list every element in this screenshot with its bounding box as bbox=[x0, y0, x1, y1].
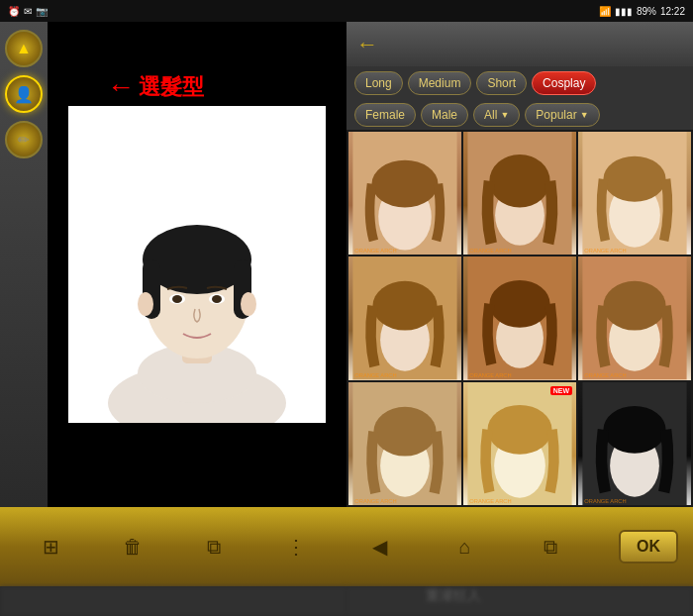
copy-nav-button[interactable]: ⧉ bbox=[196, 529, 232, 565]
svg-text:ORANGE ARCH: ORANGE ARCH bbox=[469, 373, 511, 379]
new-badge: NEW bbox=[550, 386, 572, 395]
svg-point-44 bbox=[487, 405, 551, 455]
left-canvas: ← 選髮型 bbox=[48, 22, 346, 507]
hair-style-item-5[interactable]: ORANGE ARCH bbox=[463, 257, 576, 379]
hair-thumb-8: ORANGE ARCH NEW bbox=[463, 382, 576, 505]
svg-point-12 bbox=[138, 292, 153, 316]
all-label: All bbox=[484, 108, 497, 122]
filter-row-2: Female Male All ▼ Popular ▼ bbox=[346, 100, 693, 130]
filter-medium-button[interactable]: Medium bbox=[408, 71, 472, 95]
svg-point-13 bbox=[241, 292, 256, 316]
svg-point-11 bbox=[212, 295, 222, 303]
delete-icon: 🗑 bbox=[123, 536, 143, 559]
status-bar-right: 📶 ▮▮▮ 89% 12:22 bbox=[599, 6, 685, 17]
red-arrow-icon: ← bbox=[107, 71, 135, 103]
hair-thumb-1: ORANGE ARCH bbox=[348, 132, 461, 255]
left-blurred-strip bbox=[0, 586, 346, 616]
up-toolbar-button[interactable]: ▲ bbox=[5, 30, 43, 67]
right-header: ← bbox=[346, 22, 693, 66]
filter-female-button[interactable]: Female bbox=[354, 103, 416, 127]
hair-style-item-4[interactable]: ORANGE ARCH bbox=[348, 257, 461, 379]
hair-thumb-7: ORANGE ARCH bbox=[348, 382, 461, 505]
right-bottom-bar: ◀ ⌂ ⧉ OK bbox=[346, 507, 693, 586]
filter-all-button[interactable]: All ▼ bbox=[473, 103, 520, 127]
status-bar: ⏰ ✉ 📷 📶 ▮▮▮ 89% 12:22 bbox=[0, 0, 693, 22]
hair-style-item-8[interactable]: ORANGE ARCH NEW bbox=[463, 382, 576, 505]
message-icon: ✉ bbox=[24, 6, 32, 17]
svg-text:ORANGE ARCH: ORANGE ARCH bbox=[354, 498, 396, 504]
svg-point-10 bbox=[172, 295, 182, 303]
hair-thumb-5: ORANGE ARCH bbox=[463, 257, 576, 379]
hair-icon: 👤 bbox=[14, 85, 34, 104]
svg-point-28 bbox=[372, 281, 437, 331]
filter-long-button[interactable]: Long bbox=[354, 71, 403, 95]
hair-style-item-7[interactable]: ORANGE ARCH bbox=[348, 382, 461, 505]
popular-label: Popular bbox=[536, 108, 576, 122]
back-button[interactable]: ← bbox=[356, 32, 378, 57]
svg-text:ORANGE ARCH: ORANGE ARCH bbox=[354, 373, 396, 379]
delete-nav-button[interactable]: 🗑 bbox=[115, 529, 150, 565]
hair-style-item-3[interactable]: ORANGE ARCH bbox=[578, 132, 691, 255]
left-panel: ▲ 👤 ✏ ← 選髮型 bbox=[0, 22, 346, 616]
filter-cosplay-button[interactable]: Cosplay bbox=[532, 71, 596, 95]
hair-toolbar-button[interactable]: 👤 bbox=[5, 75, 43, 113]
photo-area: ← 選髮型 bbox=[48, 22, 346, 507]
svg-text:ORANGE ARCH: ORANGE ARCH bbox=[584, 373, 626, 379]
right-back-nav-button[interactable]: ◀ bbox=[361, 529, 397, 565]
left-bottom-bar: ⊞ 🗑 ⧉ ⋮ bbox=[0, 507, 346, 586]
wifi-icon: 📶 bbox=[599, 6, 611, 17]
svg-text:ORANGE ARCH: ORANGE ARCH bbox=[469, 498, 511, 504]
hair-thumb-2: ORANGE ARCH bbox=[463, 132, 576, 255]
filter-male-button[interactable]: Male bbox=[421, 103, 468, 127]
grid-nav-button[interactable]: ⊞ bbox=[33, 529, 68, 565]
hair-style-item-9[interactable]: ORANGE ARCH bbox=[578, 382, 691, 505]
hair-style-item-6[interactable]: ORANGE ARCH bbox=[578, 257, 691, 379]
copy-icon: ⧉ bbox=[207, 536, 221, 559]
switch-icon: ⧉ bbox=[544, 536, 557, 559]
svg-point-32 bbox=[489, 280, 549, 328]
status-bar-left: ⏰ ✉ 📷 bbox=[8, 6, 48, 17]
up-arrow-icon: ▲ bbox=[16, 40, 32, 57]
hair-style-grid: ORANGE ARCH ORANGE ARCH bbox=[346, 130, 693, 507]
hair-thumb-3: ORANGE ARCH bbox=[578, 132, 691, 255]
all-arrow-icon: ▼ bbox=[500, 110, 509, 120]
menu-nav-button[interactable]: ⋮ bbox=[278, 529, 314, 565]
svg-text:ORANGE ARCH: ORANGE ARCH bbox=[584, 498, 626, 504]
svg-point-24 bbox=[603, 156, 665, 202]
filter-popular-button[interactable]: Popular ▼ bbox=[525, 103, 599, 127]
svg-point-20 bbox=[489, 154, 549, 208]
svg-point-36 bbox=[603, 281, 665, 331]
right-blurred-strip: 重灌狂人 bbox=[346, 586, 693, 616]
watermark: 重灌狂人 bbox=[346, 587, 481, 603]
battery-indicator: 89% bbox=[637, 6, 656, 17]
time-display: 12:22 bbox=[660, 6, 685, 17]
hair-style-item-1[interactable]: ORANGE ARCH bbox=[348, 132, 461, 255]
menu-icon: ⋮ bbox=[286, 535, 306, 559]
edit-toolbar-button[interactable]: ✏ bbox=[5, 121, 43, 158]
filter-row-1: Long Medium Short Cosplay bbox=[346, 66, 693, 100]
photo-inner bbox=[68, 106, 326, 423]
hair-thumb-9: ORANGE ARCH bbox=[578, 382, 691, 505]
right-switch-nav-button[interactable]: ⧉ bbox=[533, 529, 568, 565]
hair-style-item-2[interactable]: ORANGE ARCH bbox=[463, 132, 576, 255]
alarm-icon: ⏰ bbox=[8, 6, 20, 17]
main-content: ▲ 👤 ✏ ← 選髮型 bbox=[0, 22, 693, 616]
face-svg bbox=[68, 106, 326, 423]
home-icon: ⌂ bbox=[459, 536, 471, 559]
svg-point-40 bbox=[373, 407, 436, 457]
hair-thumb-6: ORANGE ARCH bbox=[578, 257, 691, 379]
label-arrow: ← 選髮型 bbox=[107, 71, 204, 103]
right-panel: ← Long Medium Short Cosplay Female Male … bbox=[346, 22, 693, 616]
right-home-nav-button[interactable]: ⌂ bbox=[447, 529, 483, 565]
svg-point-48 bbox=[603, 406, 665, 454]
left-toolbar: ▲ 👤 ✏ bbox=[0, 22, 48, 507]
edit-icon: ✏ bbox=[18, 132, 30, 148]
svg-text:ORANGE ARCH: ORANGE ARCH bbox=[354, 248, 396, 254]
ok-button[interactable]: OK bbox=[619, 530, 678, 564]
hair-thumb-4: ORANGE ARCH bbox=[348, 257, 461, 379]
filter-short-button[interactable]: Short bbox=[476, 71, 527, 95]
select-hairstyle-label: 選髮型 bbox=[139, 72, 204, 102]
svg-text:ORANGE ARCH: ORANGE ARCH bbox=[469, 248, 511, 254]
grid-icon: ⊞ bbox=[43, 535, 59, 559]
left-main: ▲ 👤 ✏ ← 選髮型 bbox=[0, 22, 346, 507]
